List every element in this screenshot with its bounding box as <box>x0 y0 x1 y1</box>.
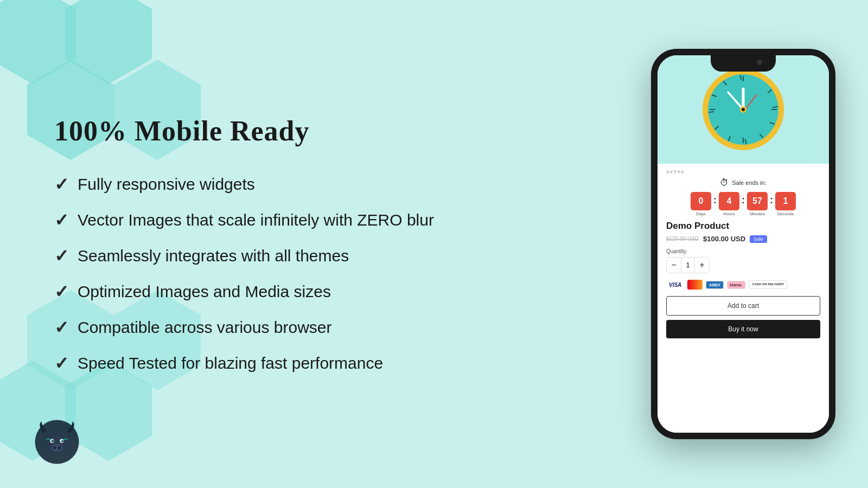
feature-text: Seamlessly integrates with all themes <box>78 247 349 265</box>
svg-point-32 <box>742 108 745 111</box>
features-list: ✓ Fully responsive widgets ✓ Vector Imag… <box>54 174 608 374</box>
checkmark-icon: ✓ <box>54 174 69 195</box>
phone-power-button <box>834 120 835 153</box>
countdown-separator: : <box>742 195 745 206</box>
countdown-days: 0 Days <box>691 192 711 216</box>
phone-screen: AYYYA ⏱ Sale ends in: 0 Days : <box>658 55 829 433</box>
original-price: $120.00 USD <box>666 236 699 242</box>
amex-icon: AMEX <box>706 281 723 289</box>
payment-icons: VISA AMEX klarna. CASH ON DELIVERY <box>666 280 820 290</box>
product-area: AYYYA ⏱ Sale ends in: 0 Days : <box>658 164 829 433</box>
minutes-value: 57 <box>747 192 768 210</box>
main-layout: 100% Mobile Ready ✓ Fully responsive wid… <box>0 0 868 488</box>
checkmark-icon: ✓ <box>54 317 69 338</box>
list-item: ✓ Seamlessly integrates with all themes <box>54 246 608 266</box>
feature-text: Speed Tested for blazing fast performanc… <box>78 354 383 373</box>
minutes-label: Minutes <box>750 211 765 216</box>
price-row: $120.00 USD $100.00 USD Sale <box>666 235 820 243</box>
quantity-value: 1 <box>681 258 695 273</box>
add-to-cart-button[interactable]: Add to cart <box>666 296 820 316</box>
seconds-value: 1 <box>775 192 796 210</box>
days-label: Days <box>696 211 706 216</box>
feature-text: Fully responsive widgets <box>78 175 255 194</box>
countdown-minutes: 57 Minutes <box>747 192 768 216</box>
phone-mockup: AYYYA ⏱ Sale ends in: 0 Days : <box>651 49 835 439</box>
timer-icon: ⏱ <box>720 178 729 188</box>
mastercard-icon <box>687 280 703 290</box>
phone-vol-up-button <box>651 137 653 164</box>
product-title: Demo Product <box>666 221 820 232</box>
cod-icon: CASH ON DELIVERY <box>749 280 787 288</box>
brand-logo <box>33 418 81 466</box>
seconds-label: Seconds <box>777 211 794 216</box>
list-item: ✓ Compatible across various browser <box>54 317 608 338</box>
brand-name: AYYYA <box>666 169 820 175</box>
list-item: ✓ Optimized Images and Media sizes <box>54 281 608 302</box>
quantity-increase-button[interactable]: + <box>695 258 709 273</box>
checkmark-icon: ✓ <box>54 210 69 230</box>
svg-point-8 <box>51 444 63 452</box>
clock-area <box>658 55 829 164</box>
left-content: 100% Mobile Ready ✓ Fully responsive wid… <box>0 0 640 488</box>
hours-label: Hours <box>723 211 735 216</box>
countdown-seconds: 1 Seconds <box>775 192 796 216</box>
phone-camera <box>757 60 762 65</box>
svg-point-9 <box>53 446 56 449</box>
days-value: 0 <box>691 192 711 210</box>
phone-vol-down-button <box>651 172 653 199</box>
quantity-decrease-button[interactable]: − <box>667 258 681 273</box>
phone-mute-button <box>651 110 653 129</box>
visa-icon: VISA <box>666 280 684 290</box>
checkmark-icon: ✓ <box>54 246 69 266</box>
checkmark-icon: ✓ <box>54 353 69 374</box>
klarna-icon: klarna. <box>727 281 746 289</box>
countdown-timer: 0 Days : 4 Hours : 57 Minutes <box>666 192 820 216</box>
quantity-control: − 1 + <box>666 257 710 273</box>
sale-header: ⏱ Sale ends in: <box>666 178 820 188</box>
hours-value: 4 <box>719 192 739 210</box>
right-content: AYYYA ⏱ Sale ends in: 0 Days : <box>640 0 868 488</box>
page-title: 100% Mobile Ready <box>54 115 608 147</box>
svg-point-10 <box>58 446 61 449</box>
sale-price: $100.00 USD <box>703 235 745 243</box>
list-item: ✓ Speed Tested for blazing fast performa… <box>54 353 608 374</box>
sale-header-text: Sale ends in: <box>732 179 767 186</box>
quantity-label: Quantity <box>666 248 820 254</box>
list-item: ✓ Vector Images that scale infinitely wi… <box>54 210 608 230</box>
buy-now-button[interactable]: Buy it now <box>666 320 820 338</box>
checkmark-icon: ✓ <box>54 281 69 302</box>
sale-badge: Sale <box>750 235 767 243</box>
countdown-separator: : <box>770 195 773 206</box>
countdown-hours: 4 Hours <box>719 192 739 216</box>
phone-notch <box>711 55 776 72</box>
feature-text: Compatible across various browser <box>78 318 332 337</box>
list-item: ✓ Fully responsive widgets <box>54 174 608 195</box>
feature-text: Vector Images that scale infinitely with… <box>78 211 434 229</box>
feature-text: Optimized Images and Media sizes <box>78 282 331 301</box>
countdown-separator: : <box>713 195 717 206</box>
clock-illustration <box>700 66 787 153</box>
